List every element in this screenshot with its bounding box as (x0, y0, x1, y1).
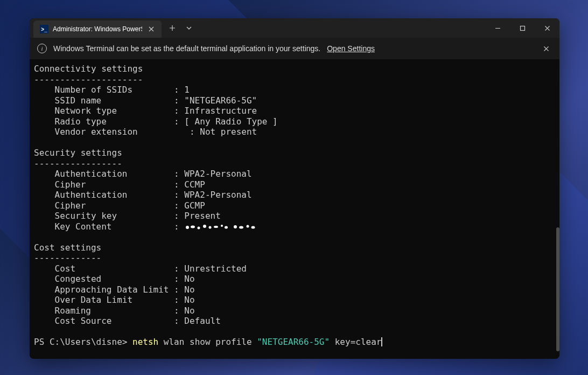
terminal-output[interactable]: Connectivity settings-------------------… (30, 59, 559, 359)
info-icon: i (37, 44, 47, 53)
output-line: Cost : Unrestricted (34, 263, 559, 274)
svg-point-9 (234, 225, 237, 228)
svg-point-1 (186, 226, 189, 229)
svg-point-5 (209, 226, 212, 228)
svg-point-12 (251, 226, 255, 228)
command-args: wlan show profile (158, 337, 257, 347)
output-line: Vendor extension : Not present (34, 127, 559, 137)
section-title: Cost settings (34, 242, 559, 253)
command: netsh (132, 337, 158, 347)
svg-point-8 (225, 226, 228, 228)
blank-line (34, 327, 559, 337)
tab-close-button[interactable] (146, 24, 156, 34)
prompt-prefix: PS C:\Users\disne> (34, 337, 132, 347)
output-line: Authentication : WPA2-Personal (34, 169, 559, 179)
output-line: Security key : Present (34, 211, 559, 221)
output-line: Key Content : (34, 221, 559, 232)
section-divider: --------------------- (34, 74, 559, 85)
output-line: Roaming : No (34, 305, 559, 316)
blank-line (34, 232, 559, 242)
section-title: Connectivity settings (34, 64, 559, 74)
maximize-button[interactable] (510, 18, 535, 38)
cursor (381, 337, 382, 346)
output-line: Cipher : CCMP (34, 179, 559, 190)
blank-line (34, 137, 559, 148)
prompt-line[interactable]: PS C:\Users\disne> netsh wlan show profi… (34, 337, 559, 348)
output-line: Cost Source : Default (34, 316, 559, 327)
tab-dropdown-button[interactable] (181, 19, 197, 37)
scrollbar[interactable] (554, 59, 559, 359)
command-args: key=clear (330, 337, 381, 347)
section-divider: ----------------- (34, 158, 559, 169)
svg-rect-0 (520, 26, 524, 30)
output-line: Number of SSIDs : 1 (34, 85, 559, 95)
scrollbar-thumb[interactable] (556, 227, 559, 351)
section-title: Security settings (34, 148, 559, 158)
powershell-icon: >_ (40, 25, 48, 33)
titlebar[interactable]: >_ Administrator: Windows PowerS (30, 18, 559, 38)
output-line: Network type : Infrastructure (34, 106, 559, 116)
notification-text: Windows Terminal can be set as the defau… (53, 44, 320, 53)
svg-point-10 (239, 226, 243, 228)
output-line: Congested : No (34, 274, 559, 284)
output-line: Cipher : GCMP (34, 200, 559, 211)
svg-point-4 (203, 225, 206, 228)
terminal-window: >_ Administrator: Windows PowerS i Win (30, 18, 559, 359)
redacted-key-content (184, 223, 265, 230)
output-line: Radio type : [ Any Radio Type ] (34, 116, 559, 127)
svg-point-7 (221, 225, 223, 227)
tab-powershell[interactable]: >_ Administrator: Windows PowerS (33, 20, 162, 38)
notification-close-button[interactable] (540, 43, 552, 54)
command-string: "NETGEAR66-5G" (257, 337, 330, 347)
window-controls (485, 18, 559, 38)
minimize-button[interactable] (485, 18, 510, 38)
output-line: Approaching Data Limit : No (34, 284, 559, 295)
output-line: Authentication : WPA2-Personal (34, 190, 559, 200)
output-line: SSID name : "NETGEAR66-5G" (34, 95, 559, 106)
svg-point-2 (191, 225, 195, 228)
notification-bar: i Windows Terminal can be set as the def… (30, 38, 559, 59)
new-tab-button[interactable] (164, 19, 181, 37)
svg-point-3 (198, 226, 200, 229)
open-settings-link[interactable]: Open Settings (327, 44, 375, 53)
tab-title: Administrator: Windows PowerS (53, 25, 142, 33)
section-divider: ------------- (34, 253, 559, 263)
svg-point-11 (247, 225, 249, 227)
svg-point-6 (214, 226, 218, 228)
output-line: Over Data Limit : No (34, 295, 559, 305)
close-window-button[interactable] (535, 18, 559, 38)
